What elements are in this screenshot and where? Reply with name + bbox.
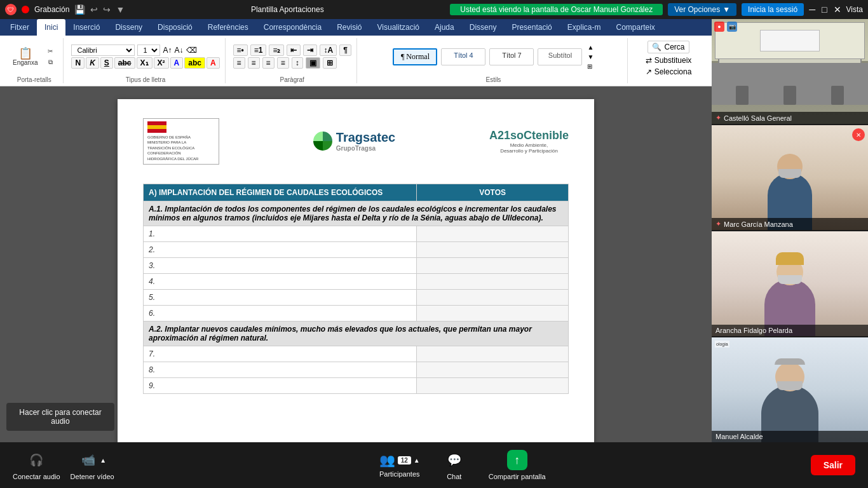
italic-button[interactable]: K xyxy=(86,57,99,69)
shrink-icon[interactable]: A↓ xyxy=(175,46,184,55)
seat2 xyxy=(783,86,796,105)
tab-comparteix[interactable]: Comparteix xyxy=(608,19,662,36)
tab-referencies[interactable]: Referències xyxy=(200,19,256,36)
clipboard-group: 📋 Enganxa ✂ ⧉ Porta-retalls xyxy=(5,38,64,83)
select-row[interactable]: ↗ Selecciona xyxy=(646,67,692,76)
tab-disseny2[interactable]: Disseny xyxy=(462,19,505,36)
chat-button[interactable]: 💬 Chat xyxy=(435,450,473,480)
tab-inici[interactable]: Inici xyxy=(37,19,65,36)
row-1-num: 1. xyxy=(144,226,417,241)
bottom-center: 👥 12 ▲ Participantes 💬 Chat ↑ Compartir … xyxy=(379,450,546,480)
bottom-bar: 🎧 Conectar audio 📹 ▲ Detener vídeo 👥 12 … xyxy=(0,442,868,488)
bullets-button[interactable]: ≡• xyxy=(233,44,248,56)
window-controls: ─ □ ✕ xyxy=(809,4,841,15)
style-titol7[interactable]: Títol 7 xyxy=(489,48,534,65)
style-titol4[interactable]: Títol 4 xyxy=(441,48,485,65)
text-color-button[interactable]: A xyxy=(207,57,220,69)
row-5-num: 5. xyxy=(144,289,417,305)
font-controls: Calibri 11 A↑ A↓ ⌫ N xyxy=(71,44,219,69)
paste-icon: 📋 xyxy=(18,48,32,59)
redo-icon[interactable]: ↪ xyxy=(103,4,111,15)
table-row: 5. xyxy=(144,289,569,305)
connect-audio-button[interactable]: 🎧 Conectar audio xyxy=(13,450,60,480)
a21-logo: A21soCtenible Medio Ambiente, Desarrollo… xyxy=(489,129,569,154)
underline-button[interactable]: S xyxy=(100,57,113,69)
minimize-icon[interactable]: ─ xyxy=(809,4,815,15)
tab-disposicio[interactable]: Disposició xyxy=(150,19,200,36)
video-tile-castello: ● 📷 ✦ Castelló Sala General xyxy=(712,19,868,124)
style-normal[interactable]: ¶ Normal xyxy=(393,48,437,65)
inicia-session-button[interactable]: Inicia la sessió xyxy=(742,3,804,16)
clear-format-icon[interactable]: ⌫ xyxy=(186,46,197,55)
salir-button[interactable]: Salir xyxy=(811,455,855,475)
undo-icon[interactable]: ↩ xyxy=(90,4,98,15)
tab-fitxer[interactable]: Fitxer xyxy=(3,19,37,36)
styles-expand[interactable]: ⊞ xyxy=(587,63,593,70)
tab-insercio[interactable]: Inserció xyxy=(65,19,107,36)
cut-button[interactable]: ✂ xyxy=(43,46,58,56)
person-3-hair xyxy=(775,358,805,365)
font-size-select[interactable]: 11 xyxy=(137,44,160,56)
tab-visualitzacio[interactable]: Visualització xyxy=(370,19,427,36)
highlight-button[interactable]: abc xyxy=(184,57,205,69)
superscript-button[interactable]: X² xyxy=(154,57,169,69)
participants-icon: 👥 xyxy=(379,452,395,468)
tile-3-name: Arancha Fidalgo Pelarda xyxy=(715,327,792,334)
paste-button[interactable]: 📋 Enganxa xyxy=(10,46,40,67)
tab-correspondencia[interactable]: Correspondència xyxy=(256,19,329,36)
align-btns-row: ≡ ≡ ≡ ≡ ↕ ▣ ⊞ xyxy=(233,57,351,69)
video-tile-1-inner xyxy=(712,19,868,124)
stop-video-button[interactable]: 📹 ▲ Detener vídeo xyxy=(71,450,114,480)
row-7-votos xyxy=(417,346,569,362)
search-box[interactable]: 🔍 Cerca xyxy=(648,41,689,53)
share-screen-button[interactable]: ↑ Compartir pantalla xyxy=(489,450,546,480)
justify-button[interactable]: ≡ xyxy=(277,57,289,69)
row-2-num: 2. xyxy=(144,241,417,257)
styles-scroll-up[interactable]: ▲ xyxy=(587,44,593,51)
line-spacing-button[interactable]: ↕ xyxy=(292,57,303,69)
styles-content: ¶ Normal Títol 4 Títol 7 Subtítol ▲ xyxy=(393,38,593,75)
show-formatting-button[interactable]: ¶ xyxy=(339,44,351,56)
ver-opciones-button[interactable]: Ver Opciones ▼ xyxy=(668,3,736,16)
chat-icon: 💬 xyxy=(444,450,465,470)
tab-disseny[interactable]: Disseny xyxy=(107,19,150,36)
participants-chevron-icon: ▲ xyxy=(414,457,420,464)
numbering-button[interactable]: ≡1 xyxy=(250,44,267,56)
video-tile-2-inner: ✕ xyxy=(712,125,868,230)
style-subtitol[interactable]: Subtítol xyxy=(538,48,582,65)
tab-explica[interactable]: Explica-m xyxy=(560,19,609,36)
strikethrough-button[interactable]: abc xyxy=(114,57,135,69)
chevron-down-icon: ▼ xyxy=(722,5,730,14)
tile-4-name-bar: Manuel Alcalde xyxy=(712,431,868,442)
grow-icon[interactable]: A↑ xyxy=(163,46,172,55)
person-2-hair xyxy=(776,252,804,265)
a21-sub1: Medio Ambiente, xyxy=(489,142,569,148)
customize-icon[interactable]: ▼ xyxy=(116,4,125,15)
font-color-button[interactable]: A xyxy=(170,57,184,69)
tab-presentacio[interactable]: Presentació xyxy=(504,19,559,36)
tab-ajuda[interactable]: Ajuda xyxy=(427,19,462,36)
align-left-button[interactable]: ≡ xyxy=(233,57,245,69)
tab-revisio[interactable]: Revisió xyxy=(329,19,369,36)
restore-icon[interactable]: □ xyxy=(822,4,827,15)
align-center-button[interactable]: ≡ xyxy=(248,57,260,69)
borders-button[interactable]: ⊞ xyxy=(323,57,337,69)
video-chevron-icon: ▲ xyxy=(100,457,106,464)
close-icon[interactable]: ✕ xyxy=(834,4,841,15)
save-icon[interactable]: 💾 xyxy=(74,4,85,15)
multilevel-button[interactable]: ≡₂ xyxy=(269,44,284,56)
styles-scroll-down[interactable]: ▼ xyxy=(587,53,593,60)
sort-button[interactable]: ↕A xyxy=(320,44,337,56)
notif-bar-left: 🛡 Grabación 💾 ↩ ↪ ▼ xyxy=(5,4,125,15)
bold-button[interactable]: N xyxy=(71,57,85,69)
participants-button[interactable]: 👥 12 ▲ Participantes xyxy=(379,452,420,478)
copy-button[interactable]: ⧉ xyxy=(43,57,58,67)
font-family-select[interactable]: Calibri xyxy=(71,44,135,56)
subscript-button[interactable]: X₁ xyxy=(137,57,153,69)
shading-button[interactable]: ▣ xyxy=(306,57,320,69)
align-right-button[interactable]: ≡ xyxy=(262,57,275,69)
substitute-row[interactable]: ⇄ Substitueix xyxy=(646,56,692,65)
decrease-indent-button[interactable]: ⇤ xyxy=(287,44,301,56)
section-a2-header: A.2. Implantar nuevos caudales mínimos, … xyxy=(144,321,569,346)
increase-indent-button[interactable]: ⇥ xyxy=(303,44,317,56)
